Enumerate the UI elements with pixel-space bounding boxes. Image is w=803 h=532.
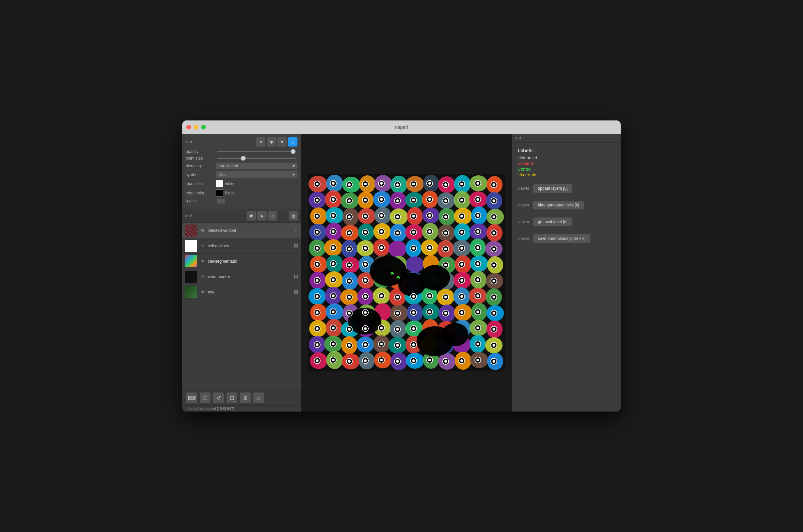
face-color-swatch[interactable] (216, 180, 223, 187)
delete-selected-button[interactable]: 🗑 (289, 211, 298, 221)
svg-point-270 (316, 263, 319, 266)
select-mode-button[interactable]: ▶ (257, 211, 267, 221)
svg-point-340 (428, 310, 431, 313)
point-size-thumb[interactable] (241, 156, 246, 160)
symbol-value: disc (218, 172, 226, 177)
center-viewer[interactable] (301, 134, 512, 412)
opacity-thumb[interactable] (291, 149, 295, 154)
svg-point-322 (460, 295, 463, 298)
label-mode-button[interactable]: ◇ (268, 211, 278, 221)
blending-select[interactable]: translucent ▾ (216, 163, 298, 169)
svg-point-262 (444, 248, 447, 250)
edge-color-swatch[interactable] (216, 189, 223, 197)
svg-point-196 (476, 198, 479, 201)
layer-type-icon-virus: 🖼 (294, 274, 298, 279)
svg-point-228 (348, 231, 351, 234)
labels-section: Labels: Unlabeled Infected Control Uncer… (518, 148, 615, 177)
svg-point-286 (476, 262, 479, 265)
svg-point-368 (316, 343, 319, 346)
layers-header: × ↺ ⬟ ▶ ◇ 🗑 (183, 209, 301, 223)
layer-thumb-virus (185, 271, 197, 283)
transform-button[interactable]: ↺ (213, 393, 224, 403)
expand-button[interactable]: ⊡ (227, 393, 237, 403)
canvas-area[interactable] (308, 174, 505, 372)
svg-point-324 (476, 294, 479, 297)
n-dim-label: n-dim: (186, 199, 216, 204)
layers-reload-icon[interactable]: ↺ (189, 214, 192, 218)
search-button[interactable]: ⌕ (288, 137, 298, 147)
svg-point-388 (332, 359, 334, 361)
right-reload-icon[interactable]: ↺ (518, 136, 521, 140)
svg-point-226 (332, 230, 334, 233)
n-dim-checkbox[interactable] (217, 199, 225, 204)
svg-point-280 (398, 277, 399, 278)
panel-reload-icon[interactable]: ↺ (190, 140, 193, 144)
labels-title: Labels: (518, 148, 615, 153)
svg-point-404 (460, 359, 463, 362)
minimize-button[interactable] (194, 125, 198, 130)
filter-button[interactable]: ▼ (278, 137, 287, 147)
svg-point-190 (428, 198, 431, 201)
opacity-slider[interactable] (217, 151, 296, 152)
plugin-content: Labels: Unlabeled Infected Control Uncer… (512, 142, 620, 412)
layer-thumb-segmentation (185, 255, 197, 267)
hide-annotated-button[interactable]: hide annotated cells [h] (533, 201, 584, 209)
visibility-icon-virus[interactable]: 👁 (200, 274, 206, 279)
svg-point-194 (460, 199, 463, 202)
points-mode-button[interactable]: ⬟ (247, 211, 256, 221)
3d-view-button[interactable]: ⬡ (200, 393, 210, 403)
status-text: infected-vs-control [1043 847] (186, 406, 234, 411)
delete-layer-button[interactable]: ✕ (256, 137, 265, 147)
svg-point-278 (391, 273, 393, 274)
svg-point-170 (460, 183, 463, 185)
visibility-icon-outlines[interactable]: 👁 (200, 243, 206, 249)
layer-item-infected-vs-cont[interactable]: 👁 infected-vs-cont ⠿ (183, 223, 301, 238)
svg-point-364 (476, 326, 479, 329)
svg-point-398 (412, 359, 415, 362)
layer-item-cell-segmentation[interactable]: 👁 cell-segmentatio ◇ (183, 254, 301, 269)
symbol-select[interactable]: disc ▾ (216, 171, 298, 178)
visibility-icon-infected[interactable]: 👁 (200, 228, 206, 233)
layer-type-icon-raw: 🖼 (294, 289, 298, 294)
svg-point-266 (476, 246, 479, 249)
layer-item-virus-marker[interactable]: 👁 virus-marker 🖼 (183, 269, 301, 284)
opacity-row: opacity: (186, 149, 298, 154)
svg-point-316 (412, 295, 415, 298)
svg-point-232 (380, 230, 383, 233)
svg-point-312 (380, 294, 383, 297)
svg-point-358 (380, 326, 383, 329)
svg-point-386 (316, 359, 319, 362)
close-button[interactable] (186, 125, 191, 130)
svg-point-392 (364, 359, 367, 362)
right-close-icon[interactable]: × (515, 136, 517, 140)
layer-item-raw[interactable]: 👁 raw 🖼 (183, 284, 301, 300)
visibility-icon-raw[interactable]: 👁 (200, 289, 206, 295)
svg-point-320 (444, 296, 447, 299)
layer-item-cell-outlines[interactable]: 👁 cell-outlines 🖼 (183, 238, 301, 254)
label-infected: Infected (518, 161, 615, 166)
point-size-slider[interactable] (217, 157, 296, 159)
get-next-label-button[interactable]: get next label [n] (533, 217, 572, 226)
svg-point-222 (493, 215, 495, 218)
edge-color-label: edge color: (186, 191, 216, 195)
visibility-icon-segmentation[interactable]: 👁 (200, 259, 206, 264)
home-button[interactable]: ⌂ (253, 393, 264, 403)
terminal-button[interactable]: ⌨ (186, 393, 197, 403)
grid-button[interactable]: ⊞ (240, 393, 251, 403)
update-layers-viewer-label: viewer (518, 186, 529, 191)
panel-close-icon[interactable]: × (186, 140, 188, 144)
save-annotations-button[interactable]: save annotations [shfit + s] (533, 234, 590, 243)
svg-point-258 (412, 247, 415, 250)
svg-point-166 (428, 182, 431, 185)
add-layer-button[interactable]: ⊕ (267, 137, 276, 147)
svg-point-204 (348, 215, 351, 218)
svg-point-224 (316, 231, 319, 233)
svg-point-344 (460, 311, 463, 314)
update-layers-button[interactable]: update layers [u] (533, 184, 572, 193)
svg-point-218 (460, 215, 463, 217)
layer-name-virus: virus-marker (208, 274, 292, 279)
svg-point-276 (364, 263, 367, 266)
layers-close-icon[interactable]: × (185, 214, 187, 218)
maximize-button[interactable] (201, 125, 206, 130)
svg-point-332 (348, 312, 351, 315)
